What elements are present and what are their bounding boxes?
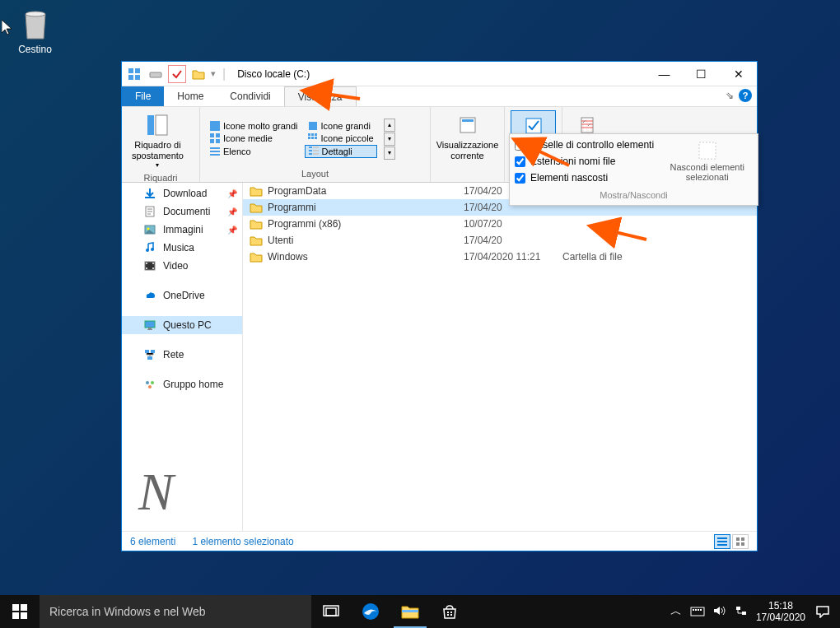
svg-rect-30 bbox=[462, 119, 474, 122]
layout-scroll-more[interactable]: ▾ bbox=[384, 147, 395, 160]
checkbox-item-checkboxes[interactable]: Caselle di controllo elementi bbox=[515, 139, 654, 151]
svg-rect-2 bbox=[135, 68, 140, 73]
tray-network-icon[interactable] bbox=[735, 605, 748, 619]
maximize-button[interactable]: ☐ bbox=[683, 62, 720, 86]
task-view-button[interactable] bbox=[311, 595, 351, 628]
svg-rect-77 bbox=[693, 609, 694, 611]
svg-rect-68 bbox=[324, 606, 338, 616]
sidebar-item-homegroup[interactable]: Gruppo home bbox=[122, 375, 242, 393]
checkbox-hidden-items[interactable]: Elementi nascosti bbox=[515, 172, 654, 184]
svg-rect-8 bbox=[210, 121, 220, 131]
svg-point-37 bbox=[147, 228, 150, 230]
taskbar-edge[interactable] bbox=[351, 595, 390, 628]
svg-rect-64 bbox=[12, 604, 19, 611]
svg-rect-55 bbox=[717, 541, 727, 542]
ribbon-collapse-icon[interactable]: ⇘ bbox=[726, 90, 734, 101]
quick-access-folder-icon[interactable] bbox=[189, 65, 208, 83]
svg-rect-5 bbox=[150, 72, 161, 77]
layout-very-large-icons[interactable]: Icone molto grandi bbox=[207, 120, 301, 132]
tray-volume-icon[interactable] bbox=[713, 605, 726, 619]
tab-share[interactable]: Condividi bbox=[217, 86, 283, 106]
sidebar-item-this-pc[interactable]: Questo PC bbox=[122, 316, 242, 334]
tray-clock[interactable]: 15:18 17/04/2020 bbox=[756, 600, 805, 624]
file-row[interactable]: Windows17/04/2020 11:21Cartella di file bbox=[243, 249, 757, 265]
help-icon[interactable]: ? bbox=[739, 89, 752, 102]
layout-details[interactable]: Dettagli bbox=[305, 145, 377, 158]
tab-home[interactable]: Home bbox=[164, 86, 217, 106]
current-view-button[interactable]: Visualizzazione corrente bbox=[433, 110, 502, 163]
pin-icon: 📌 bbox=[227, 189, 237, 198]
svg-point-38 bbox=[146, 249, 149, 252]
svg-rect-34 bbox=[145, 197, 155, 198]
svg-rect-31 bbox=[526, 119, 541, 133]
svg-rect-71 bbox=[402, 610, 418, 612]
svg-rect-58 bbox=[741, 537, 744, 541]
layout-scroll-down[interactable]: ▾ bbox=[384, 133, 395, 146]
statusbar-details-view[interactable] bbox=[714, 534, 730, 549]
svg-rect-79 bbox=[698, 609, 699, 611]
svg-rect-69 bbox=[326, 608, 336, 616]
signature-watermark: N bbox=[138, 462, 174, 523]
layout-large-icons[interactable]: Icone grandi bbox=[305, 120, 377, 132]
file-row[interactable]: Utenti17/04/20 bbox=[243, 232, 757, 249]
checkbox-file-extensions[interactable]: Estensioni nomi file bbox=[515, 156, 654, 167]
sidebar-item-download[interactable]: Download📌 bbox=[122, 184, 242, 202]
sidebar-item-documents[interactable]: Documenti📌 bbox=[122, 202, 242, 221]
svg-rect-47 bbox=[147, 329, 152, 330]
svg-rect-20 bbox=[210, 147, 220, 149]
sidebar-item-videos[interactable]: Video bbox=[122, 257, 242, 275]
svg-rect-75 bbox=[450, 614, 452, 616]
tray-keyboard-icon[interactable] bbox=[690, 605, 705, 619]
statusbar-large-icons-view[interactable] bbox=[732, 534, 749, 549]
layout-list[interactable]: Elenco bbox=[207, 145, 301, 158]
svg-rect-40 bbox=[145, 262, 155, 270]
svg-rect-14 bbox=[308, 133, 310, 136]
sidebar-item-music[interactable]: Musica bbox=[122, 239, 242, 257]
taskbar-store[interactable] bbox=[430, 595, 469, 628]
sidebar-item-onedrive[interactable]: OneDrive bbox=[122, 286, 242, 305]
hide-selected-items-button[interactable]: Nascondi elementi selezionati bbox=[662, 139, 754, 184]
quick-access-system-icon[interactable] bbox=[125, 65, 143, 83]
statusbar-item-count: 6 elementi bbox=[130, 536, 175, 547]
taskbar-search[interactable]: Ricerca in Windows e nel Web bbox=[40, 595, 311, 628]
action-center-button[interactable] bbox=[814, 602, 832, 621]
statusbar: 6 elementi 1 elemento selezionato bbox=[122, 531, 757, 551]
svg-rect-59 bbox=[736, 542, 740, 546]
layout-scroll-up[interactable]: ▴ bbox=[384, 119, 395, 132]
quick-access-checkbox-icon[interactable] bbox=[168, 65, 186, 83]
svg-rect-76 bbox=[691, 607, 704, 616]
layout-small-icons[interactable]: Icone piccole bbox=[305, 133, 377, 144]
sidebar-item-network[interactable]: Rete bbox=[122, 346, 242, 364]
desktop-recycle-bin[interactable]: Cestino bbox=[4, 4, 66, 55]
taskbar-file-explorer[interactable] bbox=[390, 595, 430, 628]
start-button[interactable] bbox=[0, 595, 40, 628]
svg-rect-4 bbox=[135, 75, 140, 80]
minimize-button[interactable]: — bbox=[646, 62, 683, 86]
statusbar-selection-count: 1 elemento selezionato bbox=[192, 536, 293, 547]
svg-rect-10 bbox=[210, 133, 214, 137]
close-button[interactable]: ✕ bbox=[720, 62, 757, 86]
navigation-pane-button[interactable]: Riquadro di spostamento ▾ bbox=[128, 110, 187, 171]
file-row[interactable]: Programmi (x86)10/07/20 bbox=[243, 216, 757, 232]
svg-rect-73 bbox=[450, 612, 452, 613]
folder-icon bbox=[401, 604, 419, 619]
svg-rect-9 bbox=[309, 122, 317, 130]
svg-rect-23 bbox=[309, 147, 312, 148]
tab-file[interactable]: File bbox=[122, 86, 164, 106]
tray-chevron-up-icon[interactable]: ︿ bbox=[670, 604, 682, 619]
svg-rect-3 bbox=[128, 75, 133, 80]
sidebar-item-pictures[interactable]: Immagini📌 bbox=[122, 221, 242, 239]
svg-rect-36 bbox=[145, 226, 155, 234]
svg-rect-32 bbox=[581, 118, 593, 133]
quick-access-drive-icon[interactable] bbox=[147, 65, 165, 83]
svg-rect-12 bbox=[210, 139, 214, 143]
svg-rect-45 bbox=[145, 321, 155, 328]
hide-items-icon bbox=[696, 139, 719, 162]
svg-rect-27 bbox=[309, 153, 312, 155]
quick-access-dropdown-icon[interactable]: ▾ bbox=[211, 68, 216, 79]
tab-view[interactable]: Visualizza bbox=[284, 86, 357, 106]
svg-rect-65 bbox=[21, 604, 27, 611]
svg-rect-56 bbox=[717, 544, 727, 546]
layout-medium-icons[interactable]: Icone medie bbox=[207, 133, 301, 144]
svg-rect-74 bbox=[447, 614, 449, 616]
